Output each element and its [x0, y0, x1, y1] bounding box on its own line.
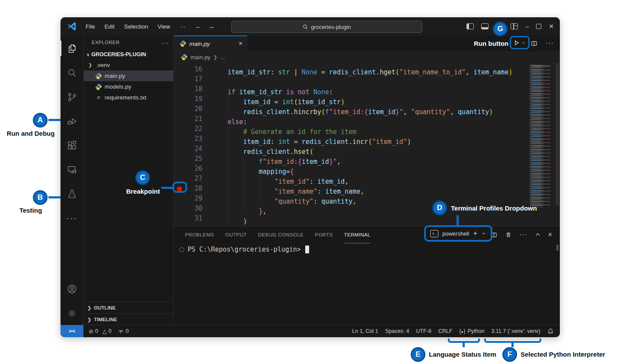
breadcrumb[interactable]: main.py ❯ ...	[174, 51, 560, 63]
line-content: f"item_id:{item_id}",	[202, 154, 341, 164]
status-crlf[interactable]: CRLF	[438, 328, 453, 334]
maximize-panel-chevron-up-icon[interactable]	[535, 232, 541, 238]
remote-indicator[interactable]: ><	[61, 325, 83, 337]
maximize-icon[interactable]	[536, 24, 541, 29]
glyph-margin[interactable]	[174, 104, 185, 114]
glyph-margin[interactable]	[174, 124, 185, 134]
glyph-margin[interactable]	[174, 134, 185, 144]
menu-edit[interactable]: Edit	[101, 22, 118, 31]
activity-explorer-icon[interactable]	[61, 36, 83, 61]
forward-arrow-icon[interactable]: →	[208, 22, 215, 30]
notifications-bell-icon[interactable]	[547, 328, 554, 335]
panel-more-actions-icon[interactable]: ···	[519, 231, 527, 239]
close-window-icon[interactable]: ✕	[549, 23, 554, 29]
glyph-margin[interactable]	[174, 204, 185, 214]
file-requirements-txt[interactable]: ≡requirements.txt	[84, 92, 173, 103]
file-tree: ❯.venvmain.pymodels.py≡requirements.txt	[84, 60, 173, 103]
code-line-19[interactable]: 19item_id = int(item_id_str)	[174, 94, 528, 104]
code-line-22[interactable]: 22# Generate an id for the item	[174, 124, 528, 134]
kill-terminal-trash-icon[interactable]	[505, 231, 512, 238]
new-terminal-plus-icon[interactable]: +	[473, 229, 477, 238]
minimize-icon[interactable]: –	[525, 23, 529, 29]
code-line-29[interactable]: 29"quantity": quantity,	[174, 194, 528, 204]
activity-additional-views-icon[interactable]: ···	[61, 206, 83, 230]
profiles-chevron-down-icon[interactable]	[481, 231, 486, 236]
code-editor[interactable]: 16item_id_str: str | None = redis_client…	[174, 63, 560, 226]
editor-scrollbar[interactable]	[555, 63, 560, 226]
panel-tab-debug-console[interactable]: DEBUG CONSOLE	[258, 227, 304, 243]
file--venv[interactable]: ❯.venv	[84, 60, 173, 70]
status-ln-1-col-1[interactable]: Ln 1, Col 1	[352, 328, 378, 334]
status-spaces-4[interactable]: Spaces: 4	[385, 328, 409, 334]
status-utf-8[interactable]: UTF-8	[416, 328, 431, 334]
code-line-25[interactable]: 25f"item_id:{item_id}",	[174, 154, 528, 164]
line-number: 31	[185, 214, 202, 224]
close-panel-icon[interactable]: ×	[548, 231, 552, 239]
menu-view[interactable]: View	[154, 22, 174, 31]
run-chevron-down-icon[interactable]	[521, 41, 526, 45]
code-line-26[interactable]: 26mapping={	[174, 164, 528, 174]
minimap[interactable]	[528, 63, 555, 226]
code-line-31[interactable]: 31)	[174, 214, 528, 224]
line-content: "item_name": item_name,	[202, 184, 364, 194]
activity-source-control-icon[interactable]	[61, 85, 83, 109]
section-outline[interactable]: ❯OUTLINE	[84, 302, 173, 313]
glyph-margin[interactable]	[174, 214, 185, 224]
breadcrumb-symbol: ...	[220, 54, 225, 61]
toggle-primary-sidebar-icon[interactable]	[466, 23, 474, 29]
glyph-margin[interactable]	[174, 94, 185, 104]
line-number: 17	[185, 74, 202, 84]
glyph-margin[interactable]	[174, 64, 185, 74]
explorer-more-actions-icon[interactable]: ···	[161, 39, 169, 46]
menu-file[interactable]: File	[82, 22, 99, 31]
code-line-28[interactable]: 28"item_name": item_name,	[174, 184, 528, 194]
python-interpreter-item[interactable]: 3.11.7 ('.venv': venv)	[491, 328, 540, 334]
glyph-margin[interactable]	[174, 114, 185, 124]
back-arrow-icon[interactable]: ←	[195, 22, 202, 30]
run-play-icon[interactable]	[514, 40, 520, 46]
split-editor-icon[interactable]	[530, 40, 538, 47]
section-timeline[interactable]: ❯TIMELINE	[84, 313, 173, 325]
activity-extensions-icon[interactable]	[61, 133, 83, 157]
panel-tab-terminal[interactable]: TERMINAL	[344, 227, 370, 243]
panel-tab-ports[interactable]: PORTS	[315, 227, 332, 243]
workspace-root-folder[interactable]: ∨ GROCERIES-PLUGIN	[84, 49, 173, 60]
activity-accounts-icon[interactable]	[61, 277, 83, 301]
glyph-margin[interactable]	[174, 194, 185, 204]
terminal-profile-dropdown[interactable]: >_ powershell +	[424, 225, 492, 242]
code-line-20[interactable]: 20redis_client.hincrby(f"item_id:{item_i…	[174, 104, 528, 114]
panel-tab-output[interactable]: OUTPUT	[225, 227, 247, 243]
code-line-18[interactable]: 18if item_id_str is not None:	[174, 84, 528, 94]
activity-manage-icon[interactable]	[61, 301, 83, 325]
editor-more-actions-icon[interactable]: ···	[546, 39, 554, 47]
activity-run-and-debug-icon[interactable]	[61, 109, 83, 133]
glyph-margin[interactable]	[174, 164, 185, 174]
menu-[interactable]: ···	[176, 22, 189, 31]
toggle-panel-icon[interactable]	[481, 23, 489, 29]
glyph-margin[interactable]	[174, 154, 185, 164]
glyph-margin[interactable]	[174, 144, 185, 154]
panel-tab-problems[interactable]: PROBLEMS	[185, 227, 214, 243]
code-line-27[interactable]: 27"item_id": item_id,	[174, 174, 528, 184]
code-line-23[interactable]: 23item_id: int = redis_client.incr("item…	[174, 134, 528, 144]
activity-testing-icon[interactable]	[61, 182, 83, 206]
command-center-search[interactable]: groceries-plugin	[231, 21, 422, 33]
glyph-margin[interactable]	[174, 84, 185, 94]
terminal[interactable]: PS C:\Repos\groceries-plugin>	[179, 246, 309, 253]
problems-status[interactable]: ⊘ 0 △ 0	[89, 328, 112, 334]
menu-selection[interactable]: Selection	[121, 22, 152, 31]
run-button[interactable]	[510, 36, 530, 49]
activity-remote-explorer-icon[interactable]	[61, 157, 83, 182]
tab-main-py[interactable]: main.py ×	[174, 35, 247, 51]
ports-status[interactable]: 0	[118, 328, 129, 334]
activity-search-icon[interactable]	[61, 61, 83, 85]
close-tab-icon[interactable]: ×	[239, 40, 243, 48]
glyph-margin[interactable]	[174, 74, 185, 84]
callout-f-label: Selected Python Interpreter	[521, 351, 605, 358]
customize-layout-icon[interactable]	[511, 23, 518, 29]
code-line-16[interactable]: 16item_id_str: str | None = redis_client…	[174, 64, 528, 74]
file-main-py[interactable]: main.py	[84, 70, 173, 81]
language-status-item[interactable]: {} Python	[459, 328, 484, 334]
file-models-py[interactable]: models.py	[84, 81, 173, 92]
terminal-scrollbar[interactable]	[556, 245, 559, 251]
